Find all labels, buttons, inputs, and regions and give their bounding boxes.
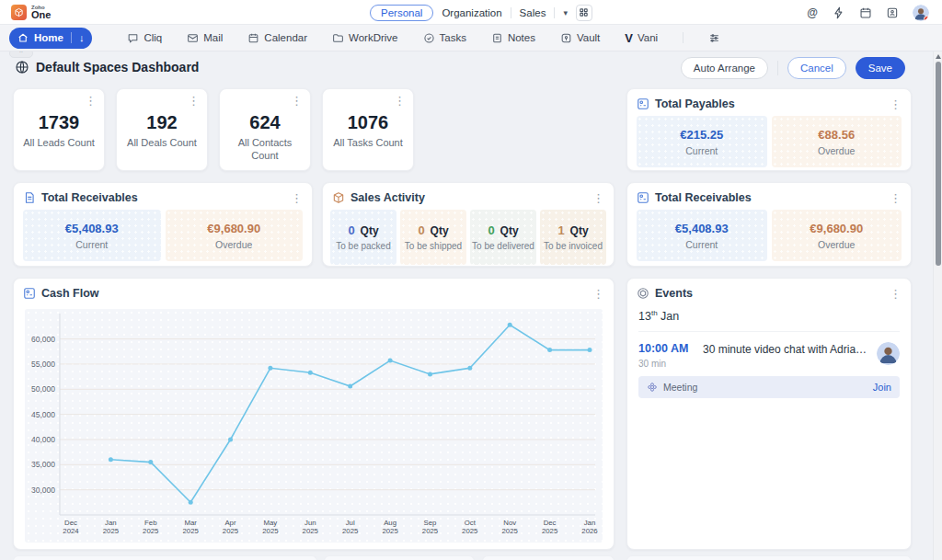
payables-current-tile: €215.25 Current bbox=[637, 116, 767, 167]
amount-label: Current bbox=[685, 239, 718, 250]
divider bbox=[71, 32, 72, 43]
calendar-icon[interactable] bbox=[859, 6, 872, 19]
nav-home-button[interactable]: Home ↓ bbox=[9, 28, 92, 49]
nav-item-calendar[interactable]: Calendar bbox=[247, 32, 307, 44]
scrollbar-thumb[interactable] bbox=[936, 62, 941, 266]
nav-item-vani[interactable]: V Vani bbox=[625, 31, 658, 45]
stat-card-leads: ⋮ 1739 All Leads Count bbox=[13, 88, 105, 171]
widget-title: Events bbox=[655, 287, 693, 300]
nav-item-label: Vani bbox=[638, 32, 658, 43]
svg-text:Jan2026: Jan2026 bbox=[581, 519, 597, 535]
contact-card-icon[interactable] bbox=[886, 6, 899, 19]
notes-icon bbox=[491, 32, 503, 44]
stat-label: All Tasks Count bbox=[323, 137, 413, 150]
widget-title: Cash Flow bbox=[41, 287, 99, 300]
event-tag: Meeting bbox=[663, 382, 697, 393]
stat-card-row: ⋮ 1739 All Leads Count ⋮ 192 All Deals C… bbox=[13, 88, 414, 171]
vertical-scrollbar[interactable] bbox=[933, 51, 942, 560]
arrow-down-icon[interactable]: ↓ bbox=[79, 32, 85, 43]
kebab-menu[interactable]: ⋮ bbox=[291, 192, 303, 204]
tab-organization[interactable]: Organization bbox=[442, 7, 501, 18]
nav-customize-button[interactable] bbox=[708, 32, 720, 44]
svg-text:Mar2025: Mar2025 bbox=[183, 519, 200, 535]
nav-item-mail[interactable]: Mail bbox=[187, 32, 223, 44]
bolt-icon[interactable] bbox=[833, 6, 845, 19]
svg-text:Jul2025: Jul2025 bbox=[342, 519, 359, 535]
divider bbox=[683, 32, 684, 43]
tasks-icon bbox=[423, 32, 435, 44]
amount-label: Overdue bbox=[818, 239, 855, 250]
tab-sales[interactable]: Sales bbox=[520, 7, 546, 18]
kebab-menu[interactable]: ⋮ bbox=[394, 95, 406, 107]
kebab-menu[interactable]: ⋮ bbox=[890, 98, 902, 110]
next-row-card-peek bbox=[626, 555, 912, 560]
amount: €5,408.93 bbox=[65, 222, 119, 235]
globe-icon bbox=[15, 60, 29, 74]
kebab-menu[interactable]: ⋮ bbox=[890, 192, 902, 204]
stat-value: 1076 bbox=[323, 112, 413, 133]
zoho-one-logo[interactable]: Zoho One bbox=[11, 5, 51, 20]
tile-label: To be invoiced bbox=[544, 241, 603, 251]
svg-text:50,000: 50,000 bbox=[31, 384, 55, 394]
svg-text:40,000: 40,000 bbox=[31, 435, 55, 444]
chevron-down-icon[interactable]: ▾ bbox=[563, 8, 568, 17]
nav-item-label: Calendar bbox=[264, 32, 307, 43]
kebab-menu[interactable]: ⋮ bbox=[592, 192, 604, 204]
cash-flow-chart: 30,00035,00040,00045,00050,00055,00060,0… bbox=[25, 309, 603, 543]
qty-unit: Qty bbox=[361, 224, 379, 237]
amount: €5,408.93 bbox=[675, 222, 729, 235]
cash-flow-widget: Cash Flow ⋮ 30,00035,00040,00045,00050,0… bbox=[13, 278, 615, 550]
chat-icon bbox=[127, 32, 139, 44]
nav-item-workdrive[interactable]: WorkDrive bbox=[332, 32, 397, 44]
cancel-button[interactable]: Cancel bbox=[787, 57, 846, 79]
folder-icon bbox=[332, 32, 344, 44]
widget-title: Total Receivables bbox=[655, 191, 752, 204]
tab-personal[interactable]: Personal bbox=[370, 5, 433, 21]
kebab-menu[interactable]: ⋮ bbox=[291, 95, 303, 107]
kebab-menu[interactable]: ⋮ bbox=[188, 95, 200, 107]
save-button[interactable]: Save bbox=[856, 57, 905, 79]
divider bbox=[511, 7, 511, 18]
app-launcher-button[interactable] bbox=[576, 5, 592, 21]
widget-title: Total Receivables bbox=[41, 191, 138, 204]
svg-text:35,000: 35,000 bbox=[31, 460, 55, 469]
svg-text:Dec2024: Dec2024 bbox=[63, 519, 79, 535]
nav-item-label: WorkDrive bbox=[349, 32, 397, 43]
nav-item-tasks[interactable]: Tasks bbox=[423, 32, 466, 44]
event-time: 10:00 AM bbox=[638, 342, 694, 355]
dashboard-header: Default Spaces Dashboard Auto Arrange Ca… bbox=[0, 55, 929, 85]
date-suffix: th bbox=[651, 309, 658, 317]
receivables-widget-icon bbox=[23, 191, 36, 204]
kebab-menu[interactable]: ⋮ bbox=[890, 288, 902, 300]
qty-unit: Qty bbox=[431, 224, 449, 237]
auto-arrange-button[interactable]: Auto Arrange bbox=[681, 57, 768, 79]
svg-text:Oct2025: Oct2025 bbox=[462, 519, 478, 535]
payables-widget-icon bbox=[637, 97, 649, 110]
user-avatar[interactable] bbox=[913, 5, 929, 21]
stat-card-tasks: ⋮ 1076 All Tasks Count bbox=[322, 88, 414, 171]
event-item[interactable]: 10:00 AM 30 min 30 minute video chat wit… bbox=[638, 332, 900, 376]
svg-text:Sep2025: Sep2025 bbox=[422, 519, 439, 535]
nav-item-notes[interactable]: Notes bbox=[491, 32, 535, 44]
sales-tile-to-be-shipped: 0Qty To be shipped bbox=[400, 210, 466, 265]
join-link[interactable]: Join bbox=[873, 382, 891, 393]
kebab-menu[interactable]: ⋮ bbox=[592, 288, 604, 300]
svg-text:55,000: 55,000 bbox=[31, 360, 55, 369]
nav-item-cliq[interactable]: Cliq bbox=[127, 32, 162, 44]
meeting-tag-bar: Meeting Join bbox=[638, 376, 900, 398]
app-nav-bar: Home ↓ Cliq Mail Calendar WorkDrive Task… bbox=[0, 25, 942, 51]
nav-items: Cliq Mail Calendar WorkDrive Tasks Notes… bbox=[127, 31, 720, 45]
page-title: Default Spaces Dashboard bbox=[36, 60, 199, 74]
divider bbox=[554, 7, 555, 18]
line-chart: 30,00035,00040,00045,00050,00055,00060,0… bbox=[25, 309, 604, 543]
scroll-up-arrow-icon[interactable] bbox=[936, 54, 941, 59]
widget-title: Sales Activity bbox=[350, 191, 425, 204]
stat-card-deals: ⋮ 192 All Deals Count bbox=[116, 88, 208, 171]
mention-icon[interactable]: @ bbox=[806, 6, 819, 19]
tile-label: To be delivered bbox=[472, 241, 534, 251]
svg-text:Dec2025: Dec2025 bbox=[542, 519, 558, 535]
nav-item-vault[interactable]: Vault bbox=[560, 32, 600, 44]
receivables-overdue-tile: €9,680.90 Overdue bbox=[772, 210, 902, 261]
kebab-menu[interactable]: ⋮ bbox=[85, 95, 97, 107]
zoho-one-logo-icon bbox=[11, 5, 27, 20]
